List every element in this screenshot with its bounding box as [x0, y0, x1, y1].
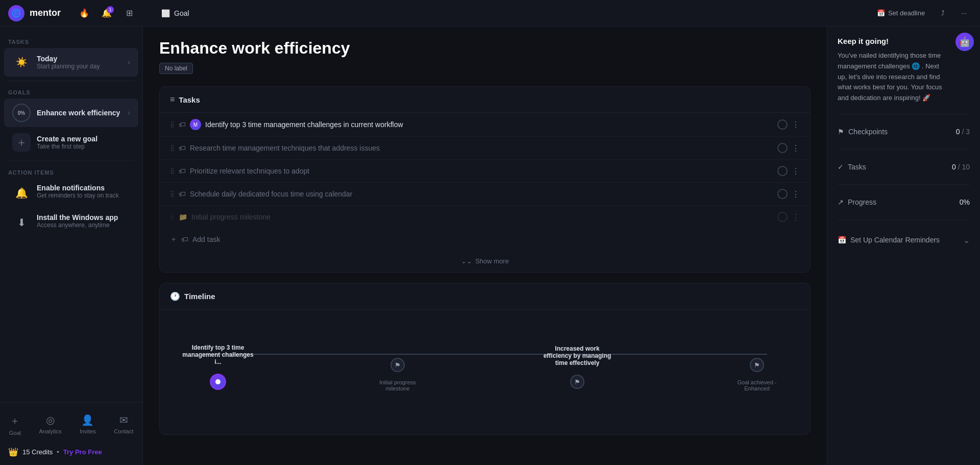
encourage-body: You've nailed identifying those time man…	[838, 51, 949, 104]
notification-badge: 1	[107, 6, 114, 13]
task-more-icon-4[interactable]: ⋮	[792, 189, 800, 199]
timeline-node-3: Increased work efficiency by managing ti…	[542, 345, 613, 389]
no-label-badge[interactable]: No label	[159, 63, 193, 74]
sidebar-item-today[interactable]: ☀️ Today Start planning your day ›	[4, 48, 138, 77]
more-icon: ···	[961, 9, 967, 17]
action-item-windows[interactable]: ⬇ Install the Windows app Access anywher…	[4, 208, 138, 237]
task-complete-checkbox-5[interactable]	[777, 212, 788, 222]
center-panel: Enhance work efficiency No label ≡ Tasks…	[143, 27, 827, 465]
goal-text: Enhance work efficiency	[37, 109, 121, 117]
sidebar-item-create-goal[interactable]: ＋ Create a new goal Take the first step	[4, 128, 138, 157]
topbar: 🌀 mentor 🔥 🔔 1 ⊞ ⬜ Goal 📅 Set deadline ⤴	[0, 0, 980, 27]
chevron-down-icon: ⌄⌄	[461, 257, 472, 265]
timeline-body: Identify top 3 time management challenge…	[160, 310, 810, 434]
nav-item-invites[interactable]: 👤 Invites	[74, 411, 102, 439]
bottom-nav: ＋ Goal ◎ Analytics 👤 Invites ✉ Contact	[0, 407, 142, 443]
tasks-card: ≡ Tasks ⣿ 🏷 M Identify top 3 time manage…	[159, 86, 811, 273]
page-title: Enhance work efficiency	[159, 39, 811, 58]
folder-icon: 📁	[179, 213, 187, 221]
task-complete-checkbox-4[interactable]	[777, 189, 788, 199]
task-more-icon-3[interactable]: ⋮	[792, 166, 800, 176]
sidebar-bottom: ＋ Goal ◎ Analytics 👤 Invites ✉ Contact 👑	[0, 402, 142, 465]
tasks-header-label: Tasks	[179, 95, 200, 104]
avatar: M	[190, 119, 201, 130]
calendar-icon: 📅	[877, 9, 885, 17]
goal-nav-icon: ＋	[10, 414, 20, 428]
drag-handle-icon: ⣿	[170, 144, 175, 152]
sidebar-divider-2	[8, 161, 134, 161]
more-options-button[interactable]: ···	[956, 6, 972, 20]
task-complete-checkbox-3[interactable]	[777, 166, 788, 176]
logo-icon: 🌀	[8, 5, 24, 21]
share-button[interactable]: ⤴	[936, 6, 950, 20]
create-goal-title: Create a new goal	[37, 135, 130, 143]
main-content: Enhance work efficiency No label ≡ Tasks…	[143, 27, 980, 465]
task-text-3: Prioritize relevant techniques to adopt	[190, 167, 773, 175]
goal-nav-label: Goal	[9, 430, 21, 436]
fire-icon: 🔥	[79, 8, 89, 18]
table-row[interactable]: ⣿ 🏷 Schedule daily dedicated focus time …	[160, 183, 810, 206]
tag-icon: 🏷	[179, 144, 186, 152]
timeline-flag-dot-3: ⚑	[750, 358, 764, 372]
task-more-icon-2[interactable]: ⋮	[792, 143, 800, 153]
add-task-row[interactable]: ＋ 🏷 Add task	[160, 229, 810, 250]
timeline-node-2: · ⚑ Initial progress milestone	[367, 342, 428, 391]
analytics-nav-label: Analytics	[39, 428, 62, 434]
tasks-section-label: Tasks	[0, 35, 142, 47]
add-task-label: Add task	[192, 235, 220, 243]
sidebar-divider-1	[8, 81, 134, 81]
drag-handle-icon: ⣿	[170, 213, 175, 221]
encourage-title: Keep it going!	[838, 37, 949, 45]
timeline-start-dot	[210, 374, 226, 390]
task-complete-checkbox-1[interactable]	[777, 119, 788, 130]
calendar-reminder-row[interactable]: 📅 Set Up Calendar Reminders ⌄	[838, 228, 970, 252]
timeline-label-4: ·	[756, 342, 757, 350]
add-task-plus-icon: ＋	[170, 235, 177, 244]
progress-label-group: ↗ Progress	[838, 198, 876, 206]
action-item-notifications[interactable]: 🔔 Enable notifications Get reminders to …	[4, 179, 138, 207]
table-row[interactable]: ⣿ 📁 Initial progress milestone ⋮	[160, 206, 810, 229]
notification-button[interactable]: 🔔 1	[99, 5, 115, 21]
set-deadline-button[interactable]: 📅 Set deadline	[872, 6, 930, 20]
task-text-2: Research time management techniques that…	[190, 144, 773, 152]
breadcrumb-goal-label: Goal	[174, 9, 189, 17]
sidebar-item-goal[interactable]: 0% Enhance work efficiency ›	[4, 99, 138, 127]
drag-handle-icon: ⣿	[170, 167, 175, 175]
nav-item-goal[interactable]: ＋ Goal	[3, 411, 27, 439]
tag-icon: 🏷	[179, 167, 186, 175]
task-more-icon-5[interactable]: ⋮	[792, 212, 800, 222]
table-row[interactable]: ⣿ 🏷 Research time management techniques …	[160, 137, 810, 160]
task-more-icon-1[interactable]: ⋮	[792, 120, 800, 130]
ai-avatar: 🤖	[955, 33, 974, 51]
progress-value: 0%	[960, 198, 970, 206]
fire-button[interactable]: 🔥	[76, 5, 92, 21]
today-sub: Start planning your day	[37, 63, 121, 70]
flag-icon: ⚑	[838, 128, 844, 136]
right-divider-2	[838, 149, 970, 150]
topbar-icons: 🔥 🔔 1 ⊞	[76, 5, 137, 21]
create-goal-icon: ＋	[12, 133, 31, 152]
tasks-header-icon: ≡	[170, 95, 175, 104]
timeline-header-label: Timeline	[184, 292, 215, 301]
task-text-1: Identify top 3 time management challenge…	[205, 120, 773, 129]
timeline-label-2: ·	[397, 342, 398, 350]
timeline-header: 🕐 Timeline	[160, 283, 810, 310]
timeline-sublabel-2: Initial progress milestone	[367, 379, 428, 391]
task-text-5: Initial progress milestone	[191, 213, 773, 221]
breadcrumb-goal-icon: ⬜	[161, 9, 170, 17]
table-row[interactable]: ⣿ 🏷 Prioritize relevant techniques to ad…	[160, 160, 810, 183]
timeline-flag-dot-2: ⚑	[570, 375, 584, 389]
table-row[interactable]: ⣿ 🏷 M Identify top 3 time management cha…	[160, 113, 810, 137]
show-more-button[interactable]: ⌄⌄ Show more	[160, 250, 810, 272]
contact-nav-label: Contact	[114, 428, 133, 434]
task-complete-checkbox-2[interactable]	[777, 143, 788, 153]
nav-item-contact[interactable]: ✉ Contact	[108, 411, 139, 439]
layout-button[interactable]: ⊞	[121, 5, 137, 21]
timeline-node-4: · ⚑ Goal achieved - Enhanced	[726, 342, 788, 391]
today-title: Today	[37, 55, 121, 63]
contact-nav-icon: ✉	[119, 414, 128, 426]
create-goal-sub: Take the first step	[37, 143, 130, 150]
tasks-stat-row: ✓ Tasks 0 / 10	[838, 158, 970, 176]
try-pro-button[interactable]: Try Pro Free	[63, 448, 102, 456]
nav-item-analytics[interactable]: ◎ Analytics	[33, 411, 68, 439]
